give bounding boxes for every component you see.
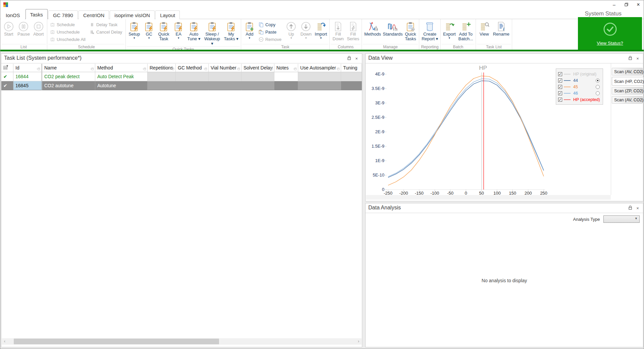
column-header-use-autosampler[interactable]: Use Autosampler (298, 64, 341, 72)
cell-method[interactable]: Autotune (95, 81, 148, 90)
close-icon[interactable]: × (635, 206, 640, 211)
cell-notes[interactable] (274, 81, 298, 90)
cell-tuning[interactable] (341, 81, 362, 90)
sleep--button[interactable]: Sleep / Wakeup ▾ (202, 20, 223, 46)
copy-button[interactable]: Copy (257, 21, 284, 28)
column-pin-icon[interactable] (143, 66, 146, 71)
add-button[interactable]: Add▾ (242, 20, 257, 40)
cell-gc-method[interactable] (176, 72, 209, 81)
legend-checkbox[interactable]: ✓ (558, 85, 562, 89)
cell-use-autosampler[interactable] (298, 72, 341, 81)
scrollbar-thumb[interactable] (14, 339, 219, 344)
system-status-panel[interactable]: View Status? (578, 17, 642, 50)
scan-button-4[interactable]: Scan (AV, CO2) (612, 96, 643, 104)
table-row[interactable]: ✔16845CO2 autotuneAutotune (1, 81, 362, 90)
column-pin-icon[interactable] (171, 66, 174, 71)
tab-tasks[interactable]: Tasks (25, 9, 48, 19)
column-header-gc-method[interactable]: GC Method (176, 64, 209, 72)
fill-button[interactable]: Fill Series (345, 20, 361, 42)
analysis-type-select[interactable]: ▼ (603, 215, 640, 223)
column-header-name[interactable]: Name (42, 64, 95, 72)
fill-button[interactable]: Fill Down (331, 20, 345, 42)
table-row[interactable]: ✔16844CO2 peak detectAuto Detect Peak (1, 72, 362, 81)
column-header-repetitions[interactable]: Repetitions (148, 64, 176, 72)
legend-checkbox[interactable]: ✓ (558, 98, 562, 102)
column-header-notes[interactable]: Notes (274, 64, 298, 72)
cancel-delay-button[interactable]: Cancel Delay (88, 28, 124, 36)
close-icon[interactable]: × (635, 56, 640, 61)
cell-tuning[interactable] (341, 72, 362, 81)
cell-solvent-delay[interactable] (241, 81, 274, 90)
column-pin-icon[interactable] (204, 66, 207, 71)
remove-button[interactable]: Remove (257, 36, 284, 43)
pause-button[interactable]: Pause (16, 20, 31, 37)
scan-button-1[interactable]: Scan (AV, CO2) (612, 68, 643, 76)
tab-ionos[interactable]: IonOS (1, 10, 25, 20)
delay-task-button[interactable]: Delay Task (88, 21, 124, 28)
legend-radio[interactable] (596, 79, 600, 83)
methods-button[interactable]: Methods (363, 20, 382, 37)
create-button[interactable]: Create Report ▾ (420, 20, 439, 42)
paste-button[interactable]: Paste (257, 28, 284, 36)
quick-button[interactable]: Quick Task (156, 20, 171, 42)
column-header-row-select[interactable] (1, 64, 13, 72)
cell-repetitions[interactable] (148, 72, 176, 81)
abort-button[interactable]: Abort (31, 20, 46, 37)
column-header-method[interactable]: Method (95, 64, 148, 72)
tab-isoprime-vision[interactable]: isoprime visION (110, 10, 155, 20)
tab-layout[interactable]: Layout (155, 10, 180, 20)
quick-button[interactable]: Quick Tasks (403, 20, 418, 42)
column-header-tuning[interactable]: Tuning (341, 64, 362, 72)
cell-vial-number[interactable] (209, 72, 241, 81)
import-button[interactable]: Import▾ (313, 20, 328, 40)
down-button[interactable]: Down▾ (299, 20, 313, 40)
cell-id[interactable]: 16845 (13, 81, 42, 90)
view-status-link[interactable]: View Status? (578, 41, 642, 46)
standards-button[interactable]: Standards (382, 20, 403, 37)
row-select-cell[interactable]: ✔ (1, 81, 13, 90)
scroll-left-arrow[interactable]: ‹ (2, 338, 8, 345)
column-pin-icon[interactable] (336, 66, 340, 71)
horizontal-scrollbar[interactable]: ‹ › (2, 338, 362, 345)
scan-button-3[interactable]: Scan (ZP, CO2) (612, 87, 643, 95)
pin-icon[interactable] (346, 56, 352, 61)
cell-name[interactable]: CO2 peak detect (42, 72, 95, 81)
legend-checkbox[interactable]: ✓ (558, 91, 562, 95)
up-button[interactable]: Up▾ (284, 20, 299, 40)
restore-button[interactable] (620, 0, 632, 9)
my-button[interactable]: My Tasks ▾ (223, 20, 240, 42)
start-button[interactable]: Start (1, 20, 16, 37)
scan-button-2[interactable]: Scan (HP, CO2) (612, 77, 644, 86)
close-icon[interactable]: × (354, 56, 359, 61)
pin-icon[interactable] (628, 206, 633, 211)
cell-solvent-delay[interactable] (241, 72, 274, 81)
tab-centrion[interactable]: CentrION (78, 10, 109, 20)
column-pin-icon[interactable] (293, 66, 297, 71)
cell-method[interactable]: Auto Detect Peak (95, 72, 148, 81)
unschedule-all-button[interactable]: Unschedule All (48, 36, 88, 43)
pin-icon[interactable] (628, 56, 633, 61)
schedule-button[interactable]: Schedule (48, 21, 88, 28)
cell-name[interactable]: CO2 autotune (42, 81, 95, 90)
view-button[interactable]: View (477, 20, 492, 37)
column-pin-icon[interactable] (90, 66, 94, 71)
column-header-vial-number[interactable]: Vial Number (209, 64, 241, 72)
legend-radio[interactable] (596, 85, 600, 89)
cell-vial-number[interactable] (209, 81, 241, 90)
unschedule-button[interactable]: Unschedule (48, 28, 88, 36)
cell-notes[interactable] (274, 72, 298, 81)
row-select-cell[interactable]: ✔ (1, 72, 13, 81)
setup-button[interactable]: Setup▾ (127, 20, 142, 40)
export-button[interactable]: Export▾ (442, 20, 457, 40)
close-button[interactable]: × (632, 0, 644, 9)
tab-gc-7890[interactable]: GC 7890 (48, 10, 78, 20)
legend-radio[interactable] (596, 91, 600, 95)
chart-scrollbar-track[interactable] (366, 195, 611, 200)
gc-button[interactable]: GC▾ (142, 20, 156, 40)
ea-button[interactable]: EA▾ (171, 20, 186, 40)
rename-button[interactable]: iRename (492, 20, 511, 37)
cell-id[interactable]: 16844 (13, 72, 42, 81)
legend-checkbox[interactable]: ✓ (558, 79, 562, 83)
column-header-solvent-delay[interactable]: Solvent Delay (241, 64, 274, 72)
scroll-right-arrow[interactable]: › (356, 338, 362, 345)
